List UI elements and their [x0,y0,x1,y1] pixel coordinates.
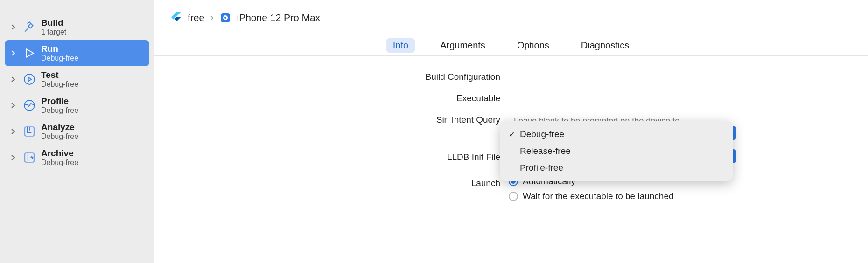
sidebar-subtitle: Debug-free [41,159,78,167]
analyze-icon [22,125,36,138]
breadcrumb: free › iPhone 12 Pro Max [154,0,868,35]
device-icon [219,12,231,24]
sidebar-subtitle: Debug-free [41,54,78,62]
dropdown-option-label: Release-free [520,146,571,156]
sidebar-item-test[interactable]: Test Debug-free [5,66,149,92]
play-icon [22,46,36,60]
sidebar-title: Test [41,70,78,80]
dropdown-option-release-free[interactable]: Release-free [500,143,733,159]
breadcrumb-scheme[interactable]: free [188,12,204,23]
siri-label: Siri Intent Query [154,113,509,125]
launch-label: Launch [154,176,509,188]
chevron-right-icon [8,129,18,134]
dropdown-option-label: Debug-free [520,129,564,139]
build-config-dropdown: ✓ Debug-free Release-free Profile-free [500,121,733,181]
sidebar-title: Run [41,44,78,54]
sidebar-item-run[interactable]: Run Debug-free [5,40,149,66]
launch-wait-label: Wait for the executable to be launched [523,191,674,201]
sidebar-subtitle: 1 target [41,28,66,36]
dropdown-option-profile-free[interactable]: Profile-free [500,159,733,176]
sidebar-title: Archive [41,148,78,159]
tab-bar: Info Arguments Options Diagnostics [154,35,868,56]
build-config-label: Build Configuration [154,70,509,82]
svg-point-0 [24,74,35,84]
chevron-right-icon [8,76,18,82]
chevron-right-icon [8,24,18,30]
chevron-right-icon [8,155,18,160]
executable-label: Executable [154,91,509,104]
tab-diagnostics[interactable]: Diagnostics [574,38,636,53]
chevron-right-icon: › [210,12,213,24]
dropdown-option-label: Profile-free [520,163,563,173]
launch-wait-radio[interactable]: Wait for the executable to be launched [509,191,674,201]
checkmark-icon: ✓ [509,130,520,139]
sidebar-item-build[interactable]: Build 1 target [5,14,149,40]
tab-info[interactable]: Info [386,38,415,53]
flutter-icon [170,12,182,24]
play-circle-icon [22,72,36,86]
sidebar-title: Profile [41,96,78,106]
dropdown-option-debug-free[interactable]: ✓ Debug-free [500,126,733,143]
tab-arguments[interactable]: Arguments [434,38,492,53]
scheme-sidebar: Build 1 target Run Debug-free Test Debug… [0,0,154,263]
chevron-right-icon [8,103,18,108]
sidebar-title: Analyze [41,122,78,132]
svg-point-6 [224,17,226,19]
form-area: Build Configuration Executable Siri Inte… [154,56,868,211]
hammer-icon [22,20,36,34]
chevron-right-icon [8,50,18,56]
breadcrumb-device[interactable]: iPhone 12 Pro Max [237,12,321,23]
sidebar-item-profile[interactable]: Profile Debug-free [5,92,149,118]
gauge-icon [22,98,36,112]
lldb-label: LLDB Init File [154,150,509,162]
sidebar-item-analyze[interactable]: Analyze Debug-free [5,118,149,145]
sidebar-subtitle: Debug-free [41,132,78,141]
radio-unchecked-icon [509,192,518,201]
main-panel: free › iPhone 12 Pro Max Info Arguments … [154,0,868,263]
sidebar-subtitle: Debug-free [41,80,78,89]
archive-icon [22,151,36,165]
sidebar-title: Build [41,18,66,28]
tab-options[interactable]: Options [511,38,556,53]
sidebar-subtitle: Debug-free [41,106,78,115]
sidebar-item-archive[interactable]: Archive Debug-free [5,145,149,171]
